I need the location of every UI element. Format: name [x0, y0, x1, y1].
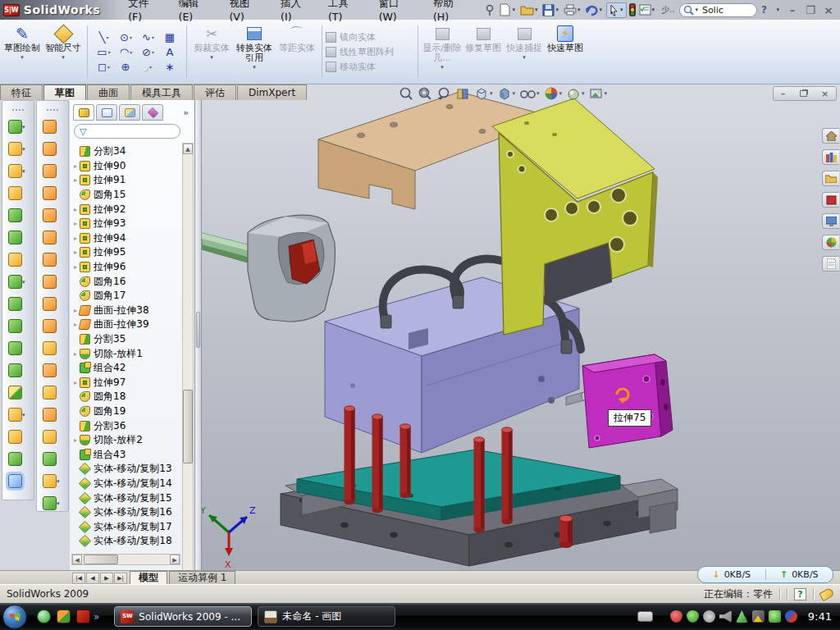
feature-tool-icon[interactable]	[8, 408, 22, 422]
sketch-tool-icon[interactable]: ╲▾	[93, 30, 115, 44]
ribbon-list-button[interactable]: 线性草图阵列	[326, 46, 414, 58]
scrollbar-thumb[interactable]	[183, 390, 193, 463]
surface-tool-icon[interactable]	[43, 408, 57, 422]
feature-tool-icon[interactable]	[8, 319, 22, 333]
expand-arrow[interactable]: ▸	[71, 206, 80, 213]
surface-tool-icon[interactable]	[43, 341, 57, 355]
print-icon[interactable]: ▾	[563, 3, 583, 16]
splitter-grip[interactable]	[196, 312, 200, 348]
ribbon-tail-button[interactable]: 显示/删除几...▾	[422, 22, 463, 81]
taskbar-button-paint[interactable]: 未命名 - 画图	[258, 606, 395, 627]
expand-arrow[interactable]: ▸	[71, 162, 80, 170]
ribbon-tail-button[interactable]: 修复草图	[463, 22, 504, 81]
start-button[interactable]	[2, 605, 27, 629]
feature-tool-icon[interactable]	[8, 186, 22, 200]
performance-icon[interactable]	[628, 2, 637, 17]
feature-tool-icon[interactable]	[8, 164, 22, 178]
feature-tool-icon[interactable]	[8, 297, 22, 311]
quick-launch-chevron[interactable]: »	[94, 611, 99, 623]
command-tab[interactable]: DimXpert	[237, 84, 307, 100]
tray-icon[interactable]	[769, 610, 781, 623]
doc-close-button[interactable]: ×	[821, 89, 829, 98]
menu-item[interactable]: 窗口(W)	[371, 0, 425, 25]
ribbon-mid-button[interactable]: 剪裁实体▾	[190, 22, 233, 81]
doc-restore-button[interactable]	[800, 90, 807, 97]
tree-item[interactable]: ▸ 拉伸92	[71, 202, 181, 217]
dropdown-arrow[interactable]: ▾	[22, 412, 28, 418]
minimize-button[interactable]: –	[786, 4, 799, 16]
search-box[interactable]: ▾ Solic	[679, 3, 757, 17]
menu-item[interactable]: 帮助(H)	[425, 0, 477, 25]
menu-item[interactable]: 文件(F)	[120, 0, 170, 25]
quick-launch-icon[interactable]	[57, 609, 71, 623]
toolbar-drag-grip[interactable]	[47, 109, 58, 112]
command-tab[interactable]: 特征	[0, 84, 43, 100]
tray-icon[interactable]	[785, 610, 797, 623]
toolbar-overflow[interactable]: 少..	[661, 4, 674, 16]
taskpane-appearances-icon[interactable]	[822, 235, 839, 250]
surface-tool-icon[interactable]	[43, 275, 57, 289]
sketch-tool-icon[interactable]: ▭▾	[93, 44, 115, 59]
panel-splitter[interactable]	[195, 100, 202, 570]
scroll-up-button[interactable]: ▲	[183, 144, 193, 154]
tree-item[interactable]: ▸ 拉伸95	[71, 245, 181, 260]
taskpane-design-library-icon[interactable]	[822, 149, 839, 165]
dimxpert-manager-tab[interactable]	[142, 104, 163, 121]
expand-arrow[interactable]: ▸	[71, 263, 80, 271]
tree-item[interactable]: 实体-移动/复制18	[71, 534, 181, 549]
tree-item[interactable]: 实体-移动/复制13	[71, 462, 181, 477]
tray-icon[interactable]	[736, 610, 748, 623]
taskbar-button-solidworks[interactable]: SW SolidWorks 2009 - ...	[114, 606, 252, 627]
tree-item[interactable]: ▸ 曲面-拉伸39	[71, 317, 181, 332]
expand-arrow[interactable]: ▸	[71, 249, 80, 256]
menu-item[interactable]: 工具(T)	[320, 0, 371, 25]
tree-item[interactable]: 实体-移动/复制15	[71, 491, 181, 505]
surface-tool-icon[interactable]	[43, 474, 57, 488]
surface-tool-icon[interactable]	[43, 231, 57, 244]
taskpane-search-results-icon[interactable]	[822, 192, 839, 208]
surface-tool-icon[interactable]	[43, 186, 57, 200]
tree-filter-box[interactable]: ▽	[74, 124, 180, 139]
undo-icon[interactable]: ▾	[584, 3, 605, 17]
taskpane-resources-icon[interactable]	[822, 128, 839, 144]
feature-tool-icon[interactable]	[8, 208, 22, 222]
menu-item[interactable]: 视图(V)	[221, 0, 272, 25]
tree-item[interactable]: 实体-移动/复制14	[71, 477, 181, 491]
scroll-right-button[interactable]: ▶	[170, 555, 180, 564]
surface-tool-icon[interactable]	[43, 253, 57, 267]
sketch-tool-icon[interactable]: ⊘▾	[137, 44, 159, 59]
surface-tool-icon[interactable]	[43, 208, 57, 222]
ribbon-mid-button[interactable]: 等距实体	[276, 22, 318, 81]
ribbon-big-button[interactable]: 草图绘制▾	[2, 22, 43, 81]
quick-launch-icon[interactable]	[37, 609, 51, 623]
sketch-tool-icon[interactable]: ⊕	[115, 59, 137, 74]
doc-minimize-button[interactable]: –	[781, 89, 786, 98]
tree-item[interactable]: ▸ 拉伸94	[71, 231, 181, 246]
help-dropdown-arrow[interactable]: ▾	[776, 7, 779, 13]
command-tab[interactable]: 草图	[43, 84, 86, 100]
ribbon-list-button[interactable]: 移动实体	[326, 61, 414, 73]
search-dropdown-arrow[interactable]: ▾	[695, 7, 698, 13]
surface-tool-icon[interactable]	[43, 363, 57, 377]
sketch-tool-icon[interactable]: ∿▾	[137, 30, 159, 44]
tab-nav-button[interactable]: |◀	[72, 573, 85, 584]
tree-item[interactable]: ▸ 拉伸93	[71, 217, 181, 231]
dropdown-arrow[interactable]: ▾	[57, 478, 62, 485]
surface-tool-icon[interactable]	[43, 430, 57, 444]
feature-tool-icon[interactable]	[8, 430, 22, 444]
expand-arrow[interactable]: ▸	[71, 350, 80, 358]
tray-icon[interactable]	[687, 610, 699, 623]
quick-tips-icon[interactable]: ?	[794, 588, 806, 600]
property-manager-tab[interactable]	[96, 104, 117, 121]
feature-tool-icon[interactable]	[8, 142, 22, 156]
manager-tabs-chevron[interactable]: »	[183, 107, 192, 118]
command-tab[interactable]: 曲面	[87, 84, 130, 100]
tray-icon[interactable]	[703, 610, 715, 623]
tray-icon[interactable]	[752, 610, 765, 623]
sketch-tool-icon[interactable]: ◞▾	[137, 59, 159, 74]
tree-vertical-scrollbar[interactable]: ▲ ▼	[182, 143, 194, 586]
surface-tool-icon[interactable]	[43, 120, 57, 134]
scrollbar-thumb[interactable]	[84, 555, 118, 564]
menu-item[interactable]: 插入(I)	[272, 0, 320, 25]
surface-tool-icon[interactable]	[43, 164, 57, 178]
